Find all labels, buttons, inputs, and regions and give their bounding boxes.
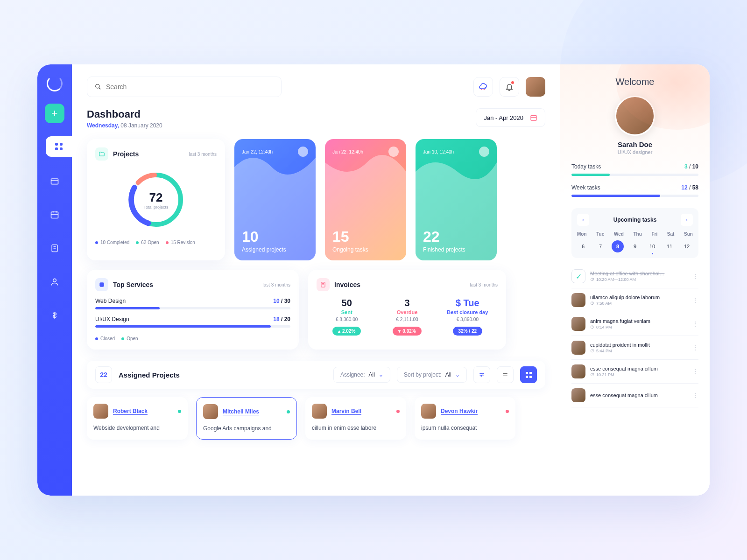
nav-notes[interactable] xyxy=(45,239,64,258)
avatar-icon xyxy=(571,341,585,355)
filter-button[interactable] xyxy=(473,366,490,383)
check-icon[interactable]: ✓ xyxy=(571,269,585,283)
week-tasks-progress: Week tasks12 / 58 xyxy=(571,184,698,197)
invoice-icon xyxy=(317,278,330,291)
project-card[interactable]: Marvin Bell cillum in enim esse labore xyxy=(305,397,406,440)
calendar-date[interactable]: 6 xyxy=(577,240,589,252)
task-item[interactable]: cupidatat proident in mollit⏱5:44 PM ⋮ xyxy=(571,336,698,360)
projects-card: Projects last 3 months 72 Total projects xyxy=(87,139,225,260)
date-range-picker[interactable]: Jan - Apr 2020 xyxy=(476,108,545,127)
service-row: Web Design10 / 30 xyxy=(95,298,290,309)
nav-folder[interactable] xyxy=(45,172,64,190)
logo-icon xyxy=(47,76,63,91)
more-icon[interactable]: ⋮ xyxy=(692,296,698,304)
nav-calendar[interactable] xyxy=(45,205,64,224)
notifications-button[interactable] xyxy=(500,77,519,97)
calendar-icon xyxy=(530,114,537,121)
invoice-best-day: $ Tue Best closure day € 3,890.00 32% / … xyxy=(437,298,498,336)
avatar-icon xyxy=(203,404,218,419)
welcome-title: Welcome xyxy=(571,77,698,87)
assigned-projects-bar: 22 Assigned Projects Assignee: All ⌄ Sor… xyxy=(87,361,545,389)
list-view-button[interactable] xyxy=(497,366,514,383)
calendar-date[interactable]: 7 xyxy=(594,240,606,252)
topbar xyxy=(87,77,545,97)
profile-role: UI/UX designer xyxy=(571,149,698,155)
sliders-icon xyxy=(479,371,485,378)
grid-view-button[interactable] xyxy=(520,366,537,383)
project-cards: Robert Black Webside development and Mit… xyxy=(87,397,545,440)
task-item[interactable]: ✓ Meeting at office with sharehol…⏱10:20… xyxy=(571,265,698,288)
list-icon xyxy=(502,371,508,378)
svg-rect-10 xyxy=(99,282,104,287)
ongoing-tasks-card[interactable]: Jan 22, 12:40h 15Ongoing tasks xyxy=(325,139,406,260)
nav-dashboard[interactable] xyxy=(46,136,72,157)
nav-user[interactable] xyxy=(45,273,64,291)
calendar-date[interactable]: 8 xyxy=(612,240,624,252)
folder-icon xyxy=(95,147,108,161)
today-tasks-progress: Today tasks3 / 10 xyxy=(571,163,698,176)
task-item[interactable]: esse consequat magna cillum ⋮ xyxy=(571,384,698,407)
assignee-filter[interactable]: Assignee: All ⌄ xyxy=(333,367,390,383)
services-icon xyxy=(95,278,108,291)
calendar-next[interactable]: › xyxy=(681,214,693,226)
assigned-count: 22 xyxy=(95,366,112,383)
avatar-icon xyxy=(93,404,108,419)
task-item[interactable]: ullamco aliquip dolore laborum⏱7:50 AM ⋮ xyxy=(571,288,698,312)
task-item[interactable]: anim magna fugiat veniam⏱8:14 PM ⋮ xyxy=(571,312,698,336)
more-icon[interactable]: ⋮ xyxy=(692,392,698,399)
search-icon xyxy=(95,84,101,90)
page-title: Dashboard xyxy=(87,108,162,120)
avatar-icon xyxy=(571,388,585,402)
calendar-date[interactable]: 9 xyxy=(629,240,641,252)
task-item[interactable]: esse consequat magna cillum⏱10:21 PM ⋮ xyxy=(571,360,698,384)
calendar-date[interactable]: 10 xyxy=(646,240,658,252)
sidebar: + xyxy=(37,64,72,496)
project-card[interactable]: Devon Hawkir ipsum nulla consequat xyxy=(415,397,515,440)
more-icon[interactable]: ⋮ xyxy=(692,273,698,280)
project-card[interactable]: Robert Black Webside development and xyxy=(87,397,188,440)
finished-projects-card[interactable]: Jan 10, 12:40h 22Finished projects xyxy=(416,139,497,260)
status-dot xyxy=(178,410,181,413)
svg-point-4 xyxy=(96,84,99,88)
avatar-icon xyxy=(298,147,308,157)
avatar-icon xyxy=(388,147,399,157)
calendar-date[interactable]: 12 xyxy=(681,240,693,252)
stats-row: Projects last 3 months 72 Total projects xyxy=(87,139,545,260)
avatar-icon xyxy=(479,147,489,157)
sort-filter[interactable]: Sort by project: All ⌄ xyxy=(397,367,467,383)
search-input[interactable] xyxy=(106,83,274,91)
svg-rect-5 xyxy=(531,115,536,120)
more-icon[interactable]: ⋮ xyxy=(692,368,698,375)
tasks-list: ✓ Meeting at office with sharehol…⏱10:20… xyxy=(571,265,698,407)
add-button[interactable]: + xyxy=(45,104,64,123)
calendar-widget: ‹ Upcoming tasks › MonTueWedThuFriSatSun… xyxy=(571,208,698,258)
invoice-overdue: 3 Overdue € 2,111.00 ▾0.02% xyxy=(377,298,437,336)
avatar-icon xyxy=(421,404,436,419)
calendar-date[interactable]: 11 xyxy=(663,240,676,252)
assigned-projects-card[interactable]: Jan 22, 12:40h 10Assigned projects xyxy=(234,139,316,260)
right-panel: Welcome Sarah Doe UI/UX designer Today t… xyxy=(560,64,710,496)
main-content: Dashboard Wednesday, 08 January 2020 Jan… xyxy=(72,64,560,496)
nav-billing[interactable] xyxy=(45,306,64,325)
cloud-icon xyxy=(479,82,488,91)
status-dot xyxy=(287,410,290,413)
projects-legend: 10 Completed 62 Open 15 Revision xyxy=(95,240,217,245)
weather-button[interactable] xyxy=(473,77,493,97)
top-services-card: Top Services last 3 months Web Design10 … xyxy=(87,270,299,350)
more-icon[interactable]: ⋮ xyxy=(692,344,698,351)
user-avatar[interactable] xyxy=(526,77,545,97)
avatar-icon xyxy=(571,364,585,378)
calendar-prev[interactable]: ‹ xyxy=(577,214,589,226)
profile-name: Sarah Doe xyxy=(571,140,698,148)
profile-avatar[interactable] xyxy=(615,96,655,136)
avatar-icon xyxy=(571,317,585,331)
status-dot xyxy=(506,410,509,413)
page-date: Wednesday, 08 January 2020 xyxy=(87,122,162,129)
search-box[interactable] xyxy=(87,77,282,97)
app-window: + Dashboard Wednesday, 08 January 2020 J… xyxy=(37,64,710,496)
status-dot xyxy=(396,410,400,413)
svg-rect-1 xyxy=(51,212,58,218)
more-icon[interactable]: ⋮ xyxy=(692,320,698,328)
project-card[interactable]: Mitchell Miles Google Ads campaigns and xyxy=(196,397,297,440)
avatar-icon xyxy=(571,293,585,307)
